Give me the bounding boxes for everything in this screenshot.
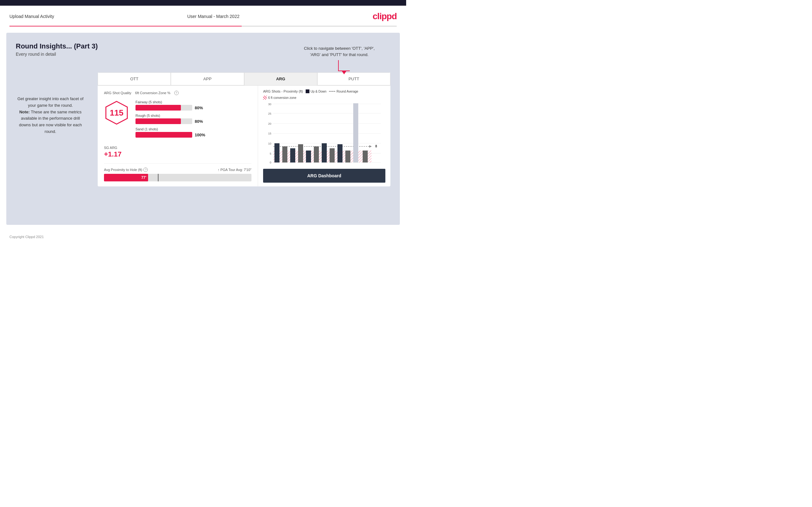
hex-bars-section: 115 Fairway (5 shots) 80%	[104, 100, 251, 141]
legend-label-conversion: 6 ft conversion zone	[268, 96, 297, 100]
bar-pct-fairway: 80%	[195, 106, 206, 110]
tab-arg[interactable]: ARG	[244, 72, 317, 86]
nav-hint-text: Click to navigate between 'OTT', 'APP','…	[304, 46, 375, 57]
svg-rect-22	[290, 148, 295, 163]
tab-ott[interactable]: OTT	[98, 72, 171, 86]
legend-box-up-down	[306, 90, 309, 93]
svg-text:30: 30	[268, 103, 271, 106]
copyright-label: Copyright Clippd 2021	[9, 235, 44, 239]
bar-fill-rough	[136, 118, 181, 124]
bar-fill-sand	[136, 132, 192, 137]
legend-up-down: Up & Down	[306, 90, 327, 93]
svg-rect-31	[363, 151, 368, 163]
sg-label: SG ARG	[104, 146, 251, 150]
svg-rect-29	[345, 151, 350, 163]
svg-rect-20	[274, 143, 280, 163]
bar-row-sand: Sand (1 shots) 100%	[136, 127, 251, 137]
svg-rect-25	[314, 147, 319, 163]
proximity-label: Avg Proximity to Hole (ft) ?	[104, 168, 148, 172]
chart-title: ARG Shots - Proximity (ft)	[263, 90, 303, 93]
proximity-bar-fill: 77'	[104, 174, 148, 181]
bar-bg-rough	[136, 118, 192, 124]
legend-label-up-down: Up & Down	[311, 90, 327, 93]
chart-header: ARG Shots - Proximity (ft) Up & Down Rou…	[263, 90, 385, 100]
svg-rect-27	[329, 148, 335, 163]
hex-badge: 115	[104, 100, 129, 125]
proximity-value: 77'	[141, 175, 146, 180]
upload-manual-activity-label: Upload Manual Activity	[9, 14, 54, 19]
bar-pct-sand: 100%	[195, 132, 206, 137]
hex-number: 115	[110, 108, 123, 118]
svg-text:10: 10	[268, 142, 271, 145]
svg-rect-24	[306, 151, 311, 163]
dashboard-card: OTT APP ARG PUTT ARG Shot Quality 6ft Co…	[98, 72, 391, 186]
help-icon[interactable]: ?	[174, 91, 179, 95]
svg-rect-28	[338, 144, 343, 163]
legend-label-round-avg: Round Average	[337, 90, 358, 93]
tab-app[interactable]: APP	[171, 72, 244, 86]
nav-arrow	[304, 60, 375, 74]
bar-bg-fairway	[136, 105, 192, 111]
left-panel: Get greater insight into each facet of y…	[16, 96, 85, 135]
svg-text:0: 0	[270, 161, 271, 164]
legend-conversion-zone: 6 ft conversion zone	[263, 96, 297, 100]
svg-rect-21	[282, 147, 287, 163]
shot-quality-label: ARG Shot Quality	[104, 91, 132, 95]
bar-bg-sand	[136, 132, 192, 137]
legend-dashed-round-avg	[329, 91, 335, 92]
svg-rect-23	[298, 144, 303, 163]
conversion-label: 6ft Conversion Zone %	[135, 91, 170, 95]
proximity-section: Avg Proximity to Hole (ft) ? ↑ PGA Tour …	[104, 163, 251, 181]
tabs-row: OTT APP ARG PUTT	[98, 72, 391, 86]
header-divider	[9, 26, 397, 26]
svg-text:8: 8	[375, 145, 377, 148]
pga-label: ↑ PGA Tour Avg: 7'10"	[218, 168, 251, 172]
arrow-down	[342, 71, 346, 74]
nav-hint: Click to navigate between 'OTT', 'APP','…	[304, 45, 375, 74]
bar-track-rough: 80%	[136, 118, 251, 124]
svg-text:5: 5	[270, 152, 271, 155]
proximity-help-icon[interactable]: ?	[143, 168, 148, 172]
proximity-label-text: Avg Proximity to Hole (ft)	[104, 168, 142, 172]
bar-fill-fairway	[136, 105, 181, 111]
arrow-vertical	[338, 60, 339, 71]
shot-quality-header: ARG Shot Quality 6ft Conversion Zone % ?	[104, 91, 251, 95]
arg-dashboard-button[interactable]: ARG Dashboard	[263, 169, 385, 183]
bars-list: Fairway (5 shots) 80% Rough (5 shots)	[136, 100, 251, 141]
proximity-bar-bg: 77'	[104, 174, 251, 181]
bar-pct-rough: 80%	[195, 119, 206, 124]
svg-rect-30	[353, 103, 358, 163]
card-body: ARG Shot Quality 6ft Conversion Zone % ?…	[98, 86, 391, 186]
top-bar	[0, 0, 406, 6]
left-panel-text1: Get greater insight into each facet of y…	[17, 96, 84, 108]
proximity-header: Avg Proximity to Hole (ft) ? ↑ PGA Tour …	[104, 168, 251, 172]
bar-row-fairway: Fairway (5 shots) 80%	[136, 100, 251, 111]
card-left: ARG Shot Quality 6ft Conversion Zone % ?…	[98, 86, 258, 186]
left-panel-note: Note:	[19, 110, 30, 114]
bar-track-fairway: 80%	[136, 105, 251, 111]
legend-round-avg: Round Average	[329, 90, 358, 93]
card-right: ARG Shots - Proximity (ft) Up & Down Rou…	[258, 86, 391, 186]
arg-chart-svg: 30 25 20 15 10 5 0	[263, 102, 385, 165]
user-manual-date-label: User Manual - March 2022	[187, 14, 240, 19]
sg-value: +1.17	[104, 150, 251, 158]
bar-label-fairway: Fairway (5 shots)	[136, 100, 251, 104]
clippd-logo: clippd	[373, 11, 397, 21]
sg-section: SG ARG +1.17	[104, 146, 251, 158]
chart-area: 30 25 20 15 10 5 0	[263, 102, 385, 166]
proximity-cursor	[158, 174, 158, 181]
tab-putt[interactable]: PUTT	[317, 72, 391, 86]
footer: Copyright Clippd 2021	[0, 231, 406, 242]
header: Upload Manual Activity User Manual - Mar…	[0, 6, 406, 26]
bar-track-sand: 100%	[136, 132, 251, 137]
svg-rect-26	[322, 143, 327, 163]
svg-text:20: 20	[268, 122, 271, 125]
legend-hatched-conversion	[263, 96, 267, 100]
svg-marker-16	[369, 145, 371, 148]
bar-row-rough: Rough (5 shots) 80%	[136, 114, 251, 124]
svg-text:25: 25	[268, 112, 271, 115]
bar-label-sand: Sand (1 shots)	[136, 127, 251, 131]
svg-text:15: 15	[268, 132, 271, 135]
main-content: Round Insights... (Part 3) Every round i…	[6, 33, 400, 225]
bar-label-rough: Rough (5 shots)	[136, 114, 251, 117]
